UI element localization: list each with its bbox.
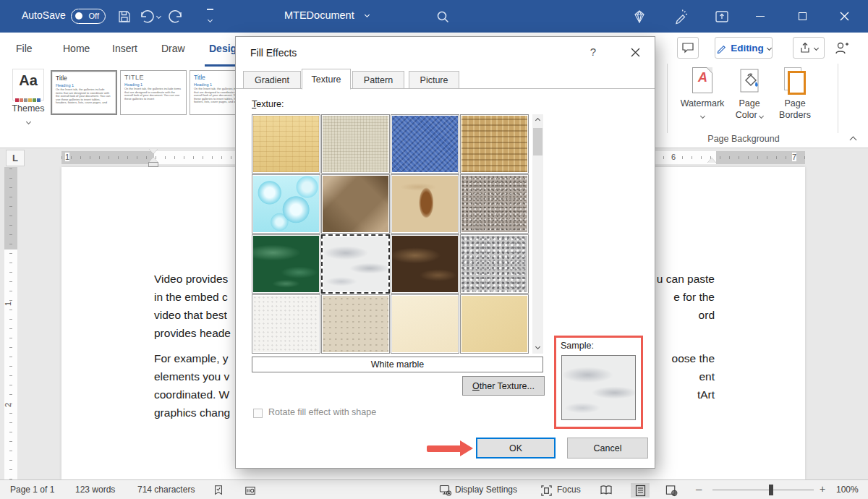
texture-image	[253, 116, 319, 172]
character-count[interactable]: 714 characters	[137, 485, 195, 495]
texture-swatch-canvas[interactable]	[321, 114, 390, 174]
save-icon[interactable]	[116, 8, 133, 25]
texture-swatch-fish-fossil[interactable]	[391, 174, 459, 234]
first-line-indent-marker[interactable]	[149, 149, 158, 154]
document-text-line: coordinated. W	[154, 385, 230, 404]
minimize-button[interactable]	[744, 0, 777, 33]
style-set-card-2[interactable]: TITLE Heading 1 On the Insert tab, the g…	[120, 70, 187, 115]
display-settings-icon[interactable]	[438, 483, 453, 498]
scroll-up-icon[interactable]	[532, 114, 543, 126]
editing-chevron-icon	[767, 45, 772, 50]
ribbon-display-options-icon[interactable]	[713, 8, 731, 25]
tab-selector-button[interactable]: L	[6, 150, 25, 166]
designer-pen-icon[interactable]	[673, 8, 690, 25]
tab-file[interactable]: File	[14, 40, 34, 57]
fill-effects-dialog: Fill Effects ? Gradient Texture Pattern …	[235, 36, 655, 469]
premium-diamond-icon[interactable]	[631, 8, 648, 25]
undo-dropdown-chevron-icon[interactable]	[156, 14, 161, 19]
scroll-down-icon[interactable]	[532, 342, 543, 354]
page-borders-button[interactable]: Page Borders	[771, 67, 819, 121]
scrollbar-thumb[interactable]	[533, 128, 542, 155]
page-color-button[interactable]: Page Color	[729, 67, 770, 121]
texture-swatch-newsprint[interactable]	[252, 294, 320, 354]
texture-swatch-water-droplets[interactable]	[252, 174, 320, 234]
autosave-toggle[interactable]: Off	[71, 9, 106, 24]
undo-icon[interactable]	[137, 8, 155, 25]
texture-swatch-brown-marble[interactable]	[391, 234, 459, 294]
zoom-in-button[interactable]: +	[820, 483, 825, 495]
zoom-slider-track[interactable]	[712, 490, 814, 490]
close-button[interactable]	[827, 0, 861, 33]
collapse-ribbon-chevron-icon[interactable]	[850, 137, 857, 144]
macro-recording-icon[interactable]	[243, 483, 258, 498]
rotate-fill-checkbox[interactable]	[253, 409, 263, 418]
texture-swatch-parchment[interactable]	[391, 294, 459, 354]
other-texture-button[interactable]: Other Texture...	[462, 376, 545, 396]
share-chevron-icon	[814, 45, 819, 50]
word-count[interactable]: 123 words	[75, 485, 115, 495]
tab-home[interactable]: Home	[61, 40, 91, 57]
texture-swatch-papyrus[interactable]	[252, 114, 320, 174]
ruler-number: 2	[4, 403, 12, 407]
pencil-icon	[716, 43, 727, 54]
web-layout-icon[interactable]	[664, 483, 678, 498]
dialog-tab-pattern[interactable]: Pattern	[352, 71, 404, 89]
left-indent-marker[interactable]	[149, 163, 158, 166]
dialog-help-button[interactable]: ?	[586, 46, 600, 58]
customize-toolbar-icon[interactable]	[201, 8, 218, 25]
texture-scrollbar[interactable]	[532, 114, 543, 354]
dialog-tab-picture[interactable]: Picture	[409, 71, 459, 89]
tab-insert[interactable]: Insert	[111, 40, 139, 57]
editing-mode-button[interactable]: Editing	[715, 37, 773, 59]
search-icon[interactable]	[434, 8, 451, 25]
page-info[interactable]: Page 1 of 1	[10, 485, 54, 495]
themes-button[interactable]: Aa Themes	[10, 69, 46, 127]
texture-swatch-sand[interactable]	[460, 174, 529, 234]
share-icon	[799, 42, 811, 54]
zoom-slider-thumb[interactable]	[769, 485, 773, 495]
zoom-level[interactable]: 100%	[836, 485, 859, 495]
hanging-indent-marker[interactable]	[149, 157, 158, 162]
texture-swatch-paper-bag[interactable]	[321, 174, 390, 234]
dialog-tab-gradient[interactable]: Gradient	[243, 71, 301, 89]
read-mode-icon[interactable]	[599, 483, 613, 498]
print-layout-icon[interactable]	[631, 483, 650, 498]
texture-field-label: Texture:	[252, 99, 284, 109]
maximize-button[interactable]	[786, 0, 819, 33]
dialog-close-button[interactable]	[625, 43, 645, 61]
document-title-chevron-icon[interactable]	[365, 12, 370, 17]
texture-swatch-woven-mat[interactable]	[460, 114, 529, 174]
document-text-line: provides heade	[154, 324, 231, 342]
themes-icon: Aa	[12, 69, 44, 101]
texture-swatch-green-marble[interactable]	[252, 234, 320, 294]
tab-draw[interactable]: Draw	[160, 40, 187, 57]
focus-label[interactable]: Focus	[557, 485, 581, 495]
texture-swatch-recycled-paper[interactable]	[321, 294, 390, 354]
focus-icon[interactable]	[539, 483, 553, 498]
redo-icon[interactable]	[168, 8, 185, 25]
cancel-button[interactable]: Cancel	[567, 438, 648, 459]
word-window: AutoSave Off MTEDocument	[0, 0, 868, 499]
style-set-card-1[interactable]: Title Heading 1 On the Insert tab, the g…	[51, 70, 117, 115]
right-indent-marker[interactable]	[707, 158, 716, 163]
watermark-button[interactable]: A Watermark	[678, 67, 726, 121]
sample-label: Sample:	[561, 341, 594, 351]
texture-image	[392, 236, 458, 292]
comments-button[interactable]	[677, 37, 699, 59]
presence-people-icon[interactable]	[833, 40, 851, 60]
display-settings-label[interactable]: Display Settings	[455, 485, 517, 495]
paragraph-1-left: Video providesin the embed cvideo that b…	[154, 270, 231, 342]
document-title[interactable]: MTEDocument	[284, 9, 354, 21]
proofing-icon[interactable]	[211, 483, 226, 498]
document-text-line: graphics chang	[154, 404, 230, 422]
ok-button[interactable]: OK	[476, 438, 556, 459]
texture-swatch-denim[interactable]	[391, 114, 459, 174]
texture-swatch-white-marble[interactable]	[321, 234, 390, 294]
dialog-tab-texture[interactable]: Texture	[302, 69, 351, 90]
themes-chevron-icon	[25, 119, 30, 124]
texture-swatch-stationery[interactable]	[460, 294, 529, 354]
zoom-out-button[interactable]: –	[696, 482, 702, 495]
texture-swatch-granite[interactable]	[460, 234, 529, 294]
page-color-label-2: Color	[736, 110, 757, 120]
share-button[interactable]	[793, 37, 825, 59]
